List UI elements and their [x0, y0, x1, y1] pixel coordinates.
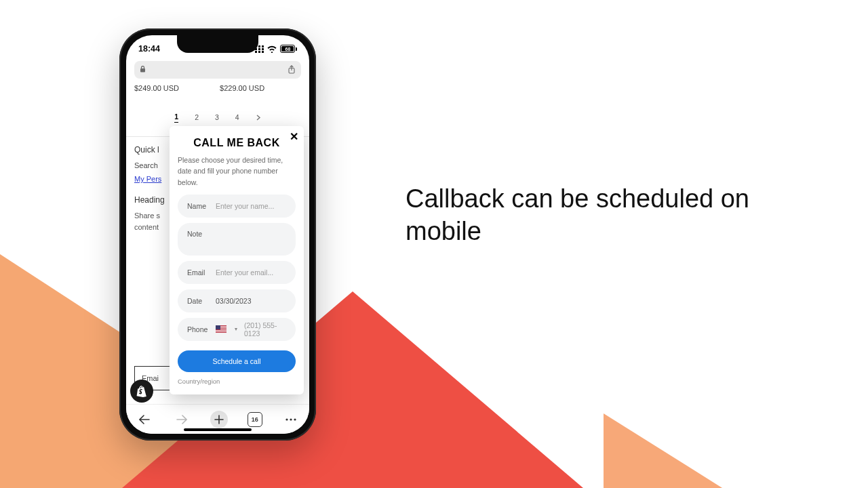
page-4[interactable]: 4: [235, 113, 239, 123]
svg-rect-2: [262, 45, 264, 47]
date-field[interactable]: Date 03/30/2023: [178, 289, 296, 312]
phone-label: Phone: [187, 325, 209, 333]
page-3[interactable]: 3: [215, 113, 219, 123]
email-input[interactable]: Enter your email...: [216, 268, 286, 277]
forward-icon[interactable]: [173, 411, 191, 428]
more-icon[interactable]: [282, 411, 300, 428]
headline-text: Callback can be scheduled on mobile: [406, 183, 785, 247]
share-icon[interactable]: [288, 65, 296, 75]
page-next-icon[interactable]: [256, 114, 261, 122]
phone-field[interactable]: Phone ▾ (201) 555-0123: [178, 318, 296, 341]
back-icon[interactable]: [136, 411, 153, 428]
svg-rect-4: [258, 48, 260, 50]
date-input[interactable]: 03/30/2023: [216, 297, 286, 305]
svg-rect-1: [258, 45, 260, 47]
svg-rect-15: [216, 330, 226, 331]
battery-icon: 68: [280, 45, 297, 53]
phone-frame: 18:44 68: [119, 28, 316, 441]
phone-screen: 18:44 68: [126, 35, 309, 434]
shopify-badge-icon[interactable]: [130, 380, 153, 403]
price-right: $229.00 USD: [220, 84, 264, 92]
status-time: 18:44: [138, 44, 160, 54]
note-label: Note: [187, 230, 209, 238]
svg-rect-8: [262, 51, 264, 53]
decor-triangle-right: [604, 413, 868, 488]
modal-description: Please choose your desired time, date an…: [178, 155, 296, 188]
svg-rect-5: [262, 48, 264, 50]
modal-title: CALL ME BACK: [178, 137, 296, 149]
svg-rect-9: [140, 68, 145, 73]
status-right: 68: [255, 45, 297, 53]
phone-notch: [177, 35, 258, 53]
svg-point-20: [294, 418, 296, 420]
name-label: Name: [187, 202, 209, 210]
svg-rect-16: [216, 331, 226, 332]
home-indicator: [184, 428, 252, 431]
country-region-label: Country/region: [178, 378, 296, 385]
browser-url-bar[interactable]: [134, 61, 301, 79]
email-field[interactable]: Email Enter your email...: [178, 261, 296, 284]
close-icon[interactable]: ✕: [290, 130, 298, 143]
tab-count[interactable]: 16: [248, 412, 262, 427]
callback-modal: ✕ CALL ME BACK Please choose your desire…: [170, 126, 304, 394]
schedule-call-button[interactable]: Schedule a call: [178, 350, 296, 372]
svg-rect-7: [258, 51, 260, 53]
name-input[interactable]: Enter your name...: [216, 202, 286, 210]
email-label: Email: [187, 268, 209, 277]
pagination: 1 2 3 4: [134, 113, 301, 123]
page-2[interactable]: 2: [195, 113, 199, 123]
chevron-down-icon[interactable]: ▾: [235, 326, 237, 332]
wifi-icon: [267, 45, 277, 53]
note-field[interactable]: Note: [178, 223, 296, 256]
page-1[interactable]: 1: [174, 113, 178, 123]
date-label: Date: [187, 297, 209, 305]
lock-icon: [140, 66, 146, 74]
price-left: $249.00 USD: [134, 84, 179, 92]
svg-rect-17: [216, 325, 220, 329]
svg-rect-6: [255, 51, 257, 53]
new-tab-icon[interactable]: [210, 411, 228, 428]
flag-us-icon[interactable]: [216, 325, 226, 333]
phone-input[interactable]: (201) 555-0123: [244, 321, 286, 338]
svg-point-18: [285, 418, 288, 420]
name-field[interactable]: Name Enter your name...: [178, 195, 296, 218]
svg-point-19: [290, 418, 292, 420]
